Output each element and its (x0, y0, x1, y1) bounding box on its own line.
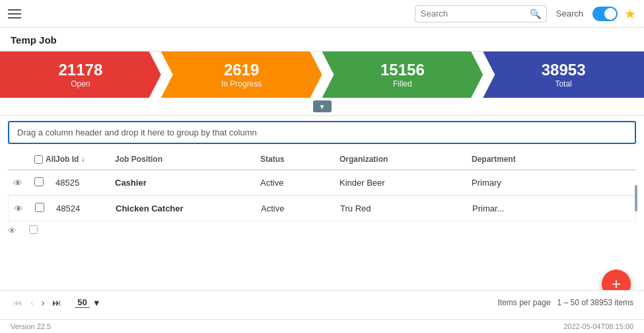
view-icon[interactable]: 👁 (14, 204, 23, 214)
row-2-checkbox[interactable] (35, 203, 44, 212)
collapse-button[interactable]: ▼ (313, 100, 332, 112)
page-title-bar: Temp Job (0, 28, 644, 52)
stat-total: 38953 Total (483, 52, 644, 98)
row-1-position: Cashier (110, 178, 255, 188)
version-label: Version 22.5 (11, 322, 51, 330)
stat-filled: 15156 Filled (322, 52, 483, 98)
row-eye-1[interactable]: 👁 (8, 178, 29, 188)
table-row-partial: 👁 (8, 221, 636, 235)
stat-in-progress: 2619 In Progress (161, 52, 322, 98)
row-1-dept: Primary (466, 178, 636, 188)
per-page-select: 50 ▼ (75, 297, 100, 308)
pagination-controls: ⏮ ‹ › ⏭ 50 ▼ (11, 296, 101, 309)
next-page-button[interactable]: › (39, 296, 48, 309)
table-area: All Job Id ↓ Job Position Status Organiz… (0, 149, 644, 235)
col-checkbox-all[interactable]: All (29, 155, 50, 164)
row-eye-2[interactable]: 👁 (9, 204, 30, 214)
menu-button[interactable] (8, 9, 21, 18)
row-1-org: Kinder Beer (334, 178, 466, 188)
favorite-icon[interactable]: ★ (624, 6, 636, 22)
pagination-info: Items per page 1 – 50 of 38953 items (498, 298, 633, 307)
row-1-id: 48525 (50, 178, 110, 188)
row-2-id: 48524 (51, 204, 110, 213)
search-icon: 🔍 (530, 9, 541, 19)
prev-page-button[interactable]: ‹ (28, 296, 36, 309)
view-icon[interactable]: 👁 (13, 178, 22, 188)
app-header: 🔍 Search ★ (0, 0, 644, 28)
table-row: 👁 48525 Cashier Active Kinder Beer Prima… (8, 170, 636, 196)
footer: Version 22.5 2022-05-04T08:15:00 (0, 319, 644, 333)
per-page-value[interactable]: 50 (75, 297, 89, 308)
pagination-bar: ⏮ ‹ › ⏭ 50 ▼ Items per page 1 – 50 of 38… (0, 290, 644, 314)
row-2-position: Chicken Catcher (110, 204, 256, 213)
last-page-button[interactable]: ⏭ (50, 296, 64, 309)
per-page-arrow[interactable]: ▼ (92, 298, 101, 308)
toggle-wrap (592, 7, 618, 21)
search-button[interactable]: Search (554, 9, 586, 18)
row-checkbox-1[interactable] (29, 177, 50, 188)
stats-bar: 21178 Open 2619 In Progress 15156 Filled… (0, 52, 644, 98)
row-2-status: Active (256, 204, 335, 213)
row-checkbox-2[interactable] (30, 203, 51, 214)
col-job-id-header[interactable]: Job Id ↓ (50, 155, 110, 164)
scroll-indicator[interactable] (635, 185, 637, 211)
search-input[interactable] (421, 9, 526, 18)
collapse-bar: ▼ (0, 98, 644, 116)
row-1-checkbox[interactable] (34, 177, 44, 186)
col-status-header[interactable]: Status (255, 155, 334, 164)
page-title: Temp Job (11, 34, 57, 46)
search-container: 🔍 (415, 5, 547, 22)
items-per-page-label: Items per page (498, 298, 551, 307)
row-1-status: Active (255, 178, 334, 188)
items-range-label: 1 – 50 of 38953 items (557, 298, 633, 307)
first-page-button[interactable]: ⏮ (11, 296, 25, 309)
stat-open: 21178 Open (0, 52, 161, 98)
col-job-position-header[interactable]: Job Position (110, 155, 255, 164)
table-row: 👁 48524 Chicken Catcher Active Tru Red P… (8, 196, 636, 221)
select-all-checkbox[interactable] (34, 155, 43, 164)
col-organization-header[interactable]: Organization (334, 155, 466, 164)
col-department-header[interactable]: Department (466, 155, 636, 164)
table-header: All Job Id ↓ Job Position Status Organiz… (8, 149, 636, 170)
toggle-switch[interactable] (592, 7, 618, 21)
row-2-dept: Primar... (467, 204, 635, 213)
timestamp-label: 2022-05-04T08:15:00 (563, 322, 633, 330)
group-by-hint: Drag a column header and drop it here to… (8, 121, 636, 144)
row-2-org: Tru Red (335, 204, 467, 213)
